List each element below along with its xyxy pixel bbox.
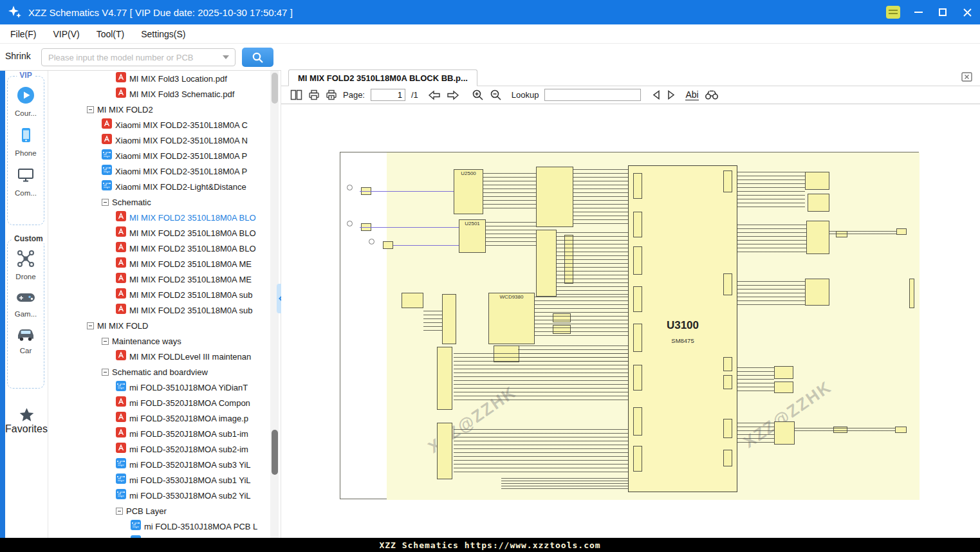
tree-item[interactable]: MI MIX Fold3 Location.pdf	[48, 71, 279, 86]
binoculars-search-icon[interactable]	[705, 89, 719, 100]
chip-port	[723, 375, 732, 389]
tree-item[interactable]: mi FOLD-3520J18MOA Compon	[48, 395, 279, 410]
search-input[interactable]	[42, 53, 223, 62]
tree-item[interactable]: Xiaomi MIX FOLD2-3510L18M0A P	[48, 148, 279, 163]
menu-item-tool[interactable]: Tool(T)	[97, 29, 125, 39]
tree-item[interactable]: MI MIX FOLD2 3510L18M0A BLO	[48, 241, 279, 256]
collapse-minus-icon[interactable]	[102, 199, 109, 206]
chevron-down-icon[interactable]	[223, 55, 229, 59]
menu-item-file[interactable]: File(F)	[10, 29, 36, 39]
scrollbar-thumb-top[interactable]	[272, 73, 278, 104]
print-icon[interactable]	[308, 89, 320, 101]
document-tab[interactable]: MI MIX FOLD2 3510L18M0A BLOCK BB.p...	[288, 69, 477, 86]
sidebar-item-com[interactable]: Com...	[15, 165, 37, 197]
collapse-minus-icon[interactable]	[116, 508, 123, 515]
two-page-view-icon[interactable]	[290, 89, 302, 100]
tree-item[interactable]: MI MIX FOLD2 3510L18M0A ME	[48, 271, 279, 287]
app-window: XZZ Schematics V4.77 [ VIP Due date: 202…	[0, 0, 980, 552]
bus-lines	[501, 478, 628, 491]
tree-item[interactable]: MI MIX FOLD2 3510L18M0A ME	[48, 256, 279, 271]
tree-node[interactable]: MI MIX FOLD2	[48, 102, 279, 117]
document-tab-title: MI MIX FOLD2 3510L18M0A BLOCK BB.p...	[298, 73, 468, 83]
tree-item[interactable]: MI MIX FOLDLevel III maintenan	[48, 349, 279, 364]
favorites-label: Favorites	[5, 423, 48, 435]
tree-node[interactable]: Schematic	[48, 194, 279, 210]
search-button[interactable]	[242, 48, 273, 67]
tree-item-label: MI MIX FOLDLevel III maintenan	[129, 352, 251, 362]
sidebar-item-label: Drone	[15, 273, 35, 281]
tree-item[interactable]: mi FOLD-3510J18MOA YiDianT	[48, 380, 279, 395]
tree-item[interactable]: mi FOLD-3520J18MOA image.p	[48, 410, 279, 426]
bus-lines	[737, 281, 805, 306]
tree-node[interactable]: MI MIX FOLD	[48, 318, 279, 333]
scrollbar-thumb[interactable]	[272, 430, 278, 475]
tree-item[interactable]: mi FOLD-3520J18MOA sub3 YiL	[48, 457, 279, 472]
tree-item[interactable]: Xiaomi MIX FOLD2-3510L18M0A N	[48, 133, 279, 148]
tree-item[interactable]: Xiaomi MIX FOLD2-3510L18M0A C	[48, 117, 279, 133]
sidebar-item-gam[interactable]: Gam...	[15, 289, 37, 318]
print-page-icon[interactable]	[326, 89, 337, 101]
tree-item-label: MI MIX FOLD2 3510L18M0A BLO	[129, 213, 256, 223]
minimize-button[interactable]	[912, 6, 925, 19]
tree-node[interactable]: PCB Layer	[48, 503, 279, 519]
lookup-input[interactable]	[544, 89, 641, 101]
schematic-page[interactable]: U3100 SM8475 XZZ@ZZHK XZZ@ZZHK U2500U250…	[340, 152, 919, 499]
close-button[interactable]	[961, 6, 974, 19]
collapse-minus-icon[interactable]	[87, 106, 94, 113]
tree-item[interactable]: MI MIX FOLD2 3510L18M0A sub	[48, 287, 279, 302]
bus-lines	[557, 232, 628, 295]
maximize-button[interactable]	[936, 6, 949, 19]
forward-arrow-icon[interactable]	[447, 90, 459, 100]
sidebar-item-label: Car	[20, 347, 32, 354]
antenna-icon	[347, 185, 353, 190]
tree-item[interactable]: mi FOLD-3530J18MOA sub2 YiL	[48, 488, 279, 503]
tree-item[interactable]: mi FOLD-3520J18MOA sub2-im	[48, 441, 279, 457]
menu-item-vip[interactable]: VIP(V)	[53, 29, 79, 39]
app-logo-icon	[6, 4, 23, 21]
tree-item[interactable]: mi FOLD-3530J18MOA sub1 YiL	[48, 472, 279, 488]
sidebar-item-car[interactable]: Car	[15, 326, 36, 354]
tree-item-label: Xiaomi MIX FOLD2-3510L18M0A N	[115, 136, 248, 145]
tree-item[interactable]: mi FOLD-3510J18MOA PCB L	[48, 519, 279, 534]
tree-item-label: mi FOLD-3520J18MOA sub2-im	[129, 445, 248, 454]
zoom-in-icon[interactable]	[472, 89, 484, 101]
collapse-minus-icon[interactable]	[102, 338, 109, 345]
tree-item[interactable]: MI MIX FOLD2 3510L18M0A BLO	[48, 210, 279, 225]
back-arrow-icon[interactable]	[428, 90, 441, 100]
pdf-file-icon	[116, 242, 126, 255]
schematic-block	[805, 279, 829, 306]
tree-item[interactable]: MI MIX FOLD2 3510L18M0A BLO	[48, 225, 279, 241]
tree-item-label: MI MIX FOLD2 3510L18M0A BLO	[129, 228, 256, 238]
shrink-button[interactable]: Shrink	[5, 51, 31, 61]
tree-item[interactable]: mi FOLD-3520J18MOA sub1-im	[48, 426, 279, 441]
sidebar-item-cour[interactable]: Cour...	[15, 86, 37, 117]
tree-item-label: mi FOLD-3530J18MOA sub1 YiL	[129, 475, 251, 485]
match-case-button[interactable]: Abi	[685, 90, 698, 100]
tree-node[interactable]: Maintenance ways	[48, 333, 279, 349]
schematic-block	[383, 241, 393, 249]
zoom-out-icon[interactable]	[490, 89, 502, 101]
sidebar-item-favorites[interactable]: Favorites	[5, 407, 48, 435]
collapse-minus-icon[interactable]	[102, 369, 109, 376]
tree-item[interactable]: MI MIX FOLD2 3510L18M0A sub	[48, 302, 279, 318]
tree-node[interactable]: Schematic and boardview	[48, 364, 279, 380]
close-tab-icon[interactable]	[961, 72, 972, 84]
pdf-file-icon	[116, 257, 126, 270]
tree-item[interactable]: Xiaomi MIX FOLD2-Light&Distance	[48, 179, 279, 194]
menu-item-settings[interactable]: Settings(S)	[141, 29, 185, 39]
find-next-icon[interactable]	[667, 90, 676, 100]
sidebar-item-drone[interactable]: Drone	[15, 249, 35, 281]
vip-group: VIP Cour...PhoneCom...	[7, 76, 44, 225]
tree-item[interactable]: MI MIX Fold3 Schematic.pdf	[48, 86, 279, 102]
tree-item-label: Xiaomi MIX FOLD2-3510L18M0A C	[115, 120, 248, 130]
find-previous-icon[interactable]	[652, 90, 661, 100]
tree-item[interactable]: Xiaomi MIX FOLD2-3510L18M0A P	[48, 163, 279, 179]
schematic-block	[774, 382, 793, 393]
collapse-minus-icon[interactable]	[87, 322, 94, 329]
pdf-file-icon	[116, 427, 126, 440]
bus-lines	[737, 367, 774, 393]
boardview-file-icon	[116, 489, 126, 502]
page-number-input[interactable]	[371, 89, 405, 101]
sidebar-item-phone[interactable]: Phone	[15, 125, 36, 157]
vip-card-icon[interactable]	[886, 6, 900, 19]
